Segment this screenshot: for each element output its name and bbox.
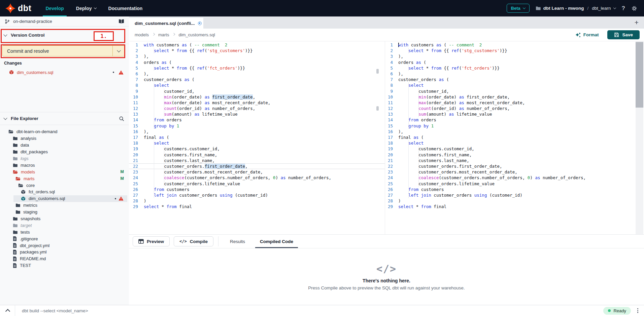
model-cube-icon (21, 196, 26, 201)
beta-label: Beta (511, 6, 520, 11)
commit-and-resolve-button[interactable]: Commit and resolve (2, 45, 125, 56)
format-button[interactable]: Format (575, 32, 599, 38)
tree-item-snapshots[interactable]: snapshots (0, 215, 129, 222)
tree-item-core[interactable]: core (0, 182, 129, 189)
tree-item-metrics[interactable]: metrics (0, 202, 129, 209)
line-number: 21 (129, 158, 138, 163)
git-branch-selector[interactable]: on-demand-practice (0, 16, 129, 27)
tree-item-label: data (21, 143, 29, 148)
tree-item-dbt-packages[interactable]: dbt_packages (0, 149, 129, 155)
compile-button[interactable]: </> Compile (174, 236, 213, 246)
line-number: 26 (129, 187, 138, 192)
chevron-right-icon (152, 33, 155, 36)
code-line-24: 24 coalesce(customer_orders.number_of_or… (129, 175, 385, 181)
divider (218, 236, 218, 246)
nav-item-deploy[interactable]: Deploy (70, 0, 102, 16)
tab-title: dim_customers.sql (confli... (135, 21, 195, 26)
overflow-menu-button[interactable] (636, 307, 639, 314)
editor-pane-right[interactable]: 1with customers as ( -- comment 22 selec… (385, 41, 644, 235)
file-search-button[interactable] (119, 116, 124, 121)
code-line-2: 2 select * from {{ ref('stg_customers')}… (129, 48, 385, 53)
gear-icon (631, 5, 637, 11)
line-number: 6 (129, 71, 138, 77)
folder-icon (13, 163, 18, 167)
unsaved-dot-icon (115, 198, 116, 199)
editor-tab-dim-customers[interactable]: dim_customers.sql (confli... (129, 18, 203, 29)
code-line-28: 28) (385, 198, 644, 204)
line-number: 27 (385, 192, 393, 198)
line-number: 2 (385, 48, 393, 53)
tree-item-dbt-learn-on-demand[interactable]: dbt-learn-on-demand (0, 128, 129, 135)
scroll-marker[interactable] (376, 106, 379, 111)
branch-name: on-demand-practice (13, 19, 52, 24)
command-input[interactable] (15, 308, 603, 314)
vertical-scrollbar-thumb[interactable] (636, 42, 643, 108)
commit-options-caret[interactable] (112, 46, 125, 56)
tree-item-packages-yml[interactable]: packages.yml (0, 249, 129, 255)
tree-item-models[interactable]: modelsM (0, 168, 129, 175)
line-number: 28 (385, 198, 393, 204)
tree-item-marts[interactable]: martsM (0, 175, 129, 182)
tree-item-target[interactable]: target (0, 222, 129, 229)
commit-button-label: Commit and resolve (2, 48, 49, 54)
settings-button[interactable] (631, 5, 637, 11)
dbt-cloud-ide: dbt DevelopDeployDocumentation Beta dbt … (0, 0, 644, 316)
tab-results[interactable]: Results (223, 235, 252, 248)
changed-file-dim-customers-sql[interactable]: dim_customers.sql (0, 69, 129, 76)
line-number: 16 (385, 129, 393, 134)
docs-book-button[interactable] (118, 19, 124, 24)
code-line-10: 10 min(order_date) as first_order_date, (129, 94, 385, 100)
folder-icon (13, 136, 18, 141)
tree-item-dbt-project-yml[interactable]: dbt_project.yml (0, 242, 129, 249)
tree-item-dim-customers-sql[interactable]: dim_customers.sql (0, 195, 129, 202)
line-number: 20 (385, 152, 393, 158)
save-button[interactable]: Save (607, 30, 640, 39)
folder-icon (13, 223, 18, 228)
tab-compiled-code[interactable]: Compiled Code (252, 235, 301, 248)
tree-item-macros[interactable]: macros (0, 162, 129, 168)
tree-item-test[interactable]: TEST (0, 262, 129, 269)
chevron-down-icon (94, 6, 96, 9)
code-line-21: 21 customers.last_name, (385, 158, 644, 163)
line-number: 15 (385, 123, 393, 129)
tree-item-staging[interactable]: staging (0, 209, 129, 215)
beta-selector[interactable]: Beta (507, 4, 530, 13)
compile-label: Compile (190, 239, 208, 244)
code-line-7: 7customer_orders as ( (129, 77, 385, 82)
tree-item-analysis[interactable]: analysis (0, 135, 129, 142)
ready-label: Ready (613, 308, 626, 313)
account-project-selector[interactable]: dbt Learn - mwong / dbt_learn (536, 6, 616, 11)
expand-command-panel-button[interactable] (5, 307, 11, 314)
dbt-logo[interactable]: dbt (5, 3, 31, 13)
nav-item-develop[interactable]: Develop (39, 0, 70, 16)
tree-item-tests[interactable]: tests (0, 229, 129, 235)
nav-right: Beta dbt Learn - mwong / dbt_learn ? (507, 4, 637, 13)
preview-button[interactable]: Preview (133, 236, 170, 246)
new-tab-button[interactable]: + (633, 16, 641, 29)
scroll-marker[interactable] (376, 69, 379, 74)
folder-icon (15, 210, 20, 214)
tree-item-logs[interactable]: logs (0, 155, 129, 162)
tree-item-gitignore[interactable]: .gitignore (0, 235, 129, 242)
line-number: 11 (385, 100, 393, 106)
code-brackets-icon: </> (376, 263, 397, 275)
tree-item-readme-md[interactable]: README.md (0, 255, 129, 262)
nav-item-documentation[interactable]: Documentation (102, 0, 149, 16)
tree-item-fct-orders-sql[interactable]: fct_orders.sql (0, 189, 129, 195)
line-number: 8 (385, 82, 393, 88)
tree-item-label: models (21, 169, 35, 174)
file-explorer-header[interactable]: File Explorer (0, 112, 129, 125)
code-line-17: 17final as ( (129, 134, 385, 140)
format-label: Format (583, 32, 599, 37)
line-number: 12 (129, 106, 138, 111)
code-line-6: 6), (129, 71, 385, 77)
line-number: 23 (385, 169, 393, 175)
line-number: 25 (129, 181, 138, 187)
line-number: 28 (129, 198, 138, 204)
help-button[interactable]: ? (622, 5, 625, 12)
code-line-4: 4orders as ( (129, 60, 385, 65)
tree-item-data[interactable]: data (0, 142, 129, 149)
editor-pane-left[interactable]: 1with customers as ( -- comment 22 selec… (129, 41, 385, 235)
tree-item-label: dbt-learn-on-demand (16, 129, 57, 134)
nav-item-label: Deploy (76, 6, 92, 11)
